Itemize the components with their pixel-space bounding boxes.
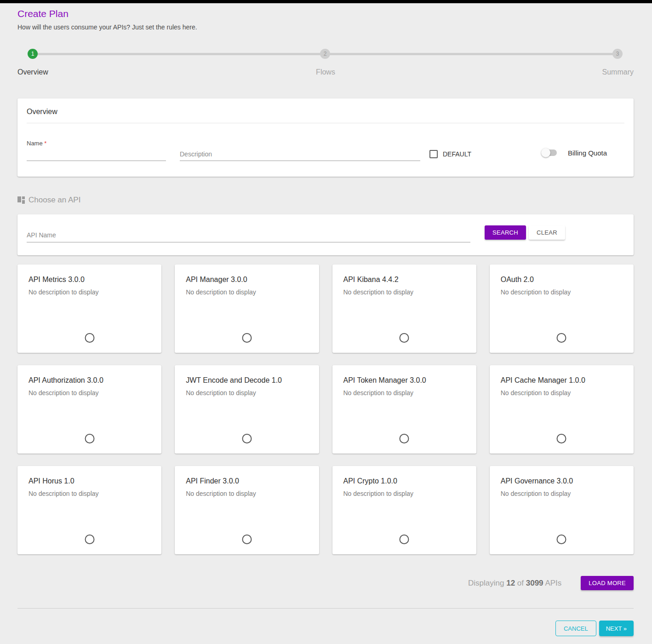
api-select-radio[interactable]: [242, 333, 252, 343]
api-card[interactable]: API Crypto 1.0.0 No description to displ…: [332, 466, 476, 554]
step-label-flows: Flows: [316, 68, 335, 76]
api-card-description: No description to display: [343, 490, 465, 497]
overview-card: Overview Name * DEFAULT Billing Quota: [17, 98, 634, 177]
total-count: 3099: [526, 579, 543, 587]
api-card-title: API Kibana 4.4.2: [343, 276, 465, 284]
next-button[interactable]: NEXT »: [599, 621, 634, 636]
api-card-title: API Crypto 1.0.0: [343, 477, 465, 485]
api-card[interactable]: API Cache Manager 1.0.0 No description t…: [490, 365, 634, 454]
api-card-description: No description to display: [501, 490, 623, 497]
api-card[interactable]: API Manager 3.0.0 No description to disp…: [175, 264, 319, 353]
clear-button[interactable]: CLEAR: [529, 225, 565, 240]
billing-quota-toggle[interactable]: [541, 148, 558, 157]
step-label-overview: Overview: [17, 68, 48, 76]
default-checkbox-label: DEFAULT: [443, 150, 471, 158]
step-label-summary: Summary: [602, 68, 634, 76]
overview-heading: Overview: [27, 108, 624, 123]
api-card[interactable]: API Kibana 4.4.2 No description to displ…: [332, 264, 476, 353]
choose-api-heading: Choose an API: [17, 196, 634, 205]
api-card-description: No description to display: [29, 288, 150, 296]
name-label: Name *: [27, 140, 166, 147]
api-card-title: API Horus 1.0: [29, 477, 150, 485]
description-field-wrap: [180, 150, 420, 161]
wizard-stepper: 1 2 3 Overview Flows Summary: [17, 49, 634, 77]
cancel-button[interactable]: CANCEL: [555, 621, 596, 636]
default-checkbox-wrap: DEFAULT: [429, 150, 471, 158]
api-select-radio[interactable]: [242, 535, 252, 544]
api-card-title: API Manager 3.0.0: [186, 276, 308, 284]
api-card-title: API Governance 3.0.0: [501, 477, 623, 485]
name-field-wrap: Name *: [27, 140, 166, 161]
footer-actions: CANCEL NEXT »: [17, 621, 634, 636]
step-circle-summary[interactable]: 3: [612, 49, 623, 59]
toggle-thumb-icon: [541, 148, 550, 157]
api-card-description: No description to display: [186, 389, 308, 397]
api-card[interactable]: API Horus 1.0 No description to display: [17, 466, 161, 554]
load-more-button[interactable]: LOAD MORE: [581, 576, 634, 590]
required-asterisk: *: [44, 140, 46, 147]
api-card-description: No description to display: [501, 288, 623, 296]
displaying-count-text: Displaying 12 of 3099 APIs: [468, 579, 561, 588]
api-select-radio[interactable]: [85, 434, 94, 443]
api-card-description: No description to display: [186, 288, 308, 296]
api-select-radio[interactable]: [85, 535, 94, 544]
api-card-description: No description to display: [29, 389, 150, 397]
shown-count: 12: [506, 579, 515, 587]
api-search-card: SEARCH CLEAR: [17, 214, 634, 255]
billing-quota-label: Billing Quota: [568, 149, 607, 157]
footer-divider: [17, 608, 634, 609]
api-card[interactable]: JWT Encode and Decode 1.0 No description…: [175, 365, 319, 454]
api-card[interactable]: API Governance 3.0.0 No description to d…: [490, 466, 634, 554]
api-card-title: JWT Encode and Decode 1.0: [186, 376, 308, 385]
api-card-title: API Finder 3.0.0: [186, 477, 308, 485]
api-card[interactable]: API Token Manager 3.0.0 No description t…: [332, 365, 476, 454]
api-select-radio[interactable]: [242, 434, 252, 443]
top-edge-bar: [0, 0, 652, 3]
api-card-grid: API Metrics 3.0.0 No description to disp…: [17, 264, 634, 554]
api-select-radio[interactable]: [557, 434, 566, 443]
name-input[interactable]: [27, 150, 166, 161]
api-card-description: No description to display: [343, 288, 465, 296]
api-select-radio[interactable]: [400, 333, 409, 343]
api-search-input-wrap: [27, 231, 470, 242]
api-card-title: API Token Manager 3.0.0: [343, 376, 465, 385]
description-input[interactable]: [180, 150, 420, 161]
api-card-title: API Cache Manager 1.0.0: [501, 376, 623, 385]
api-card-description: No description to display: [29, 490, 150, 497]
api-card-title: API Metrics 3.0.0: [29, 276, 150, 284]
api-card-description: No description to display: [186, 490, 308, 497]
api-card[interactable]: OAuth 2.0 No description to display: [490, 264, 634, 353]
api-card[interactable]: API Authorization 3.0.0 No description t…: [17, 365, 161, 454]
search-button[interactable]: SEARCH: [485, 225, 526, 240]
api-select-radio[interactable]: [557, 333, 566, 343]
billing-quota-toggle-wrap: Billing Quota: [541, 148, 607, 157]
api-select-radio[interactable]: [400, 434, 409, 443]
api-card-title: OAuth 2.0: [501, 276, 623, 284]
api-select-radio[interactable]: [85, 333, 94, 343]
default-checkbox[interactable]: [429, 150, 438, 158]
api-card[interactable]: API Finder 3.0.0 No description to displ…: [175, 466, 319, 554]
dashboard-icon: [17, 196, 25, 204]
api-select-radio[interactable]: [557, 535, 566, 544]
step-circle-flows[interactable]: 2: [320, 49, 330, 59]
page-subtitle: How will the users consume your APIs? Ju…: [17, 23, 634, 31]
api-select-radio[interactable]: [400, 535, 409, 544]
create-plan-page: Create Plan How will the users consume y…: [0, 8, 652, 636]
api-card-description: No description to display: [343, 389, 465, 397]
api-name-search-input[interactable]: [27, 231, 470, 242]
choose-api-heading-text: Choose an API: [29, 196, 80, 205]
overview-form: Name * DEFAULT Billing Quota: [27, 140, 624, 161]
api-card-title: API Authorization 3.0.0: [29, 376, 150, 385]
page-title: Create Plan: [17, 8, 634, 19]
api-card[interactable]: API Metrics 3.0.0 No description to disp…: [17, 264, 161, 353]
step-circle-overview[interactable]: 1: [28, 49, 38, 59]
pagination-row: Displaying 12 of 3099 APIs LOAD MORE: [17, 576, 634, 590]
api-card-description: No description to display: [501, 389, 623, 397]
